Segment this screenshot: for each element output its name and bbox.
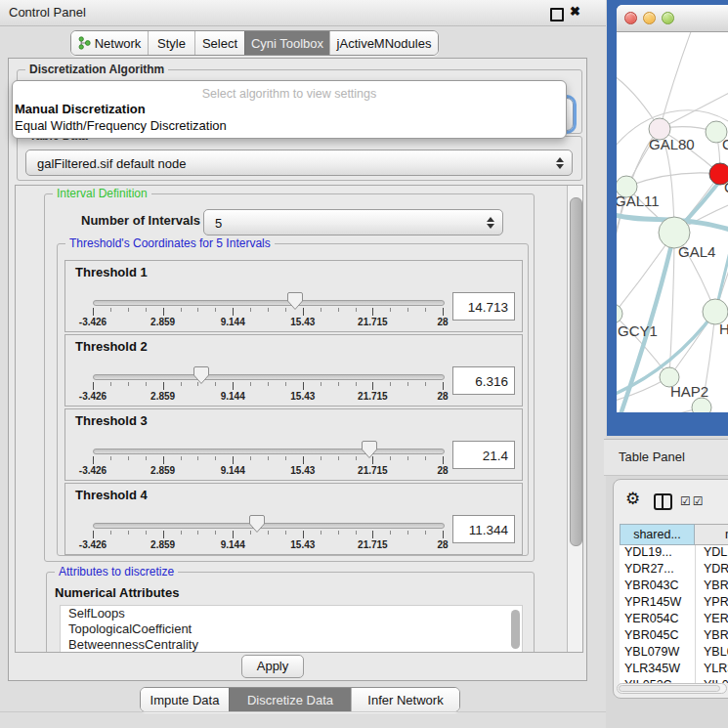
tab-infer-network[interactable]: Infer Network xyxy=(351,688,459,711)
network-node-label: GAL11 xyxy=(617,193,660,209)
threshold-row: Threshold 4 -3.4262.8599.14415.4321.7152… xyxy=(64,483,523,555)
table-header: shared... na xyxy=(620,524,728,545)
slider-thumb[interactable] xyxy=(361,440,378,459)
tick-mark xyxy=(128,308,129,312)
attributes-group: Attributes to discretize Numerical Attri… xyxy=(46,572,535,653)
scrollbar-thumb[interactable] xyxy=(570,197,582,546)
tick-mark xyxy=(303,456,304,464)
table-data-combobox[interactable]: galFiltered.sif default node xyxy=(25,150,573,176)
tab-network[interactable]: Network xyxy=(71,31,148,55)
tick-mark xyxy=(197,456,198,460)
tick-mark xyxy=(338,456,339,460)
dropdown-option-manual-discretization[interactable]: Manual Discretization xyxy=(15,102,146,116)
network-graph: GAL80GACGAL11GAL4GCY1HHAP2 xyxy=(617,32,728,412)
tick-mark xyxy=(338,308,339,312)
tick-label: 15.43 xyxy=(290,465,315,476)
table-row[interactable]: YBR045CYBR0 xyxy=(620,628,728,645)
threshold-value-field[interactable]: 21.4 xyxy=(452,441,515,469)
tick-mark xyxy=(372,531,373,538)
column-header-name[interactable]: na xyxy=(695,524,728,545)
network-edge xyxy=(626,173,720,187)
tick-mark xyxy=(338,382,339,386)
list-scrollbar-thumb[interactable] xyxy=(511,610,520,649)
tick-mark xyxy=(407,308,408,312)
table-horizontal-scrollbar[interactable] xyxy=(617,683,727,694)
tick-mark xyxy=(233,531,234,538)
tick-label: 9.144 xyxy=(221,539,245,550)
threshold-slider-track[interactable] xyxy=(93,374,445,380)
tick-mark xyxy=(285,382,286,386)
network-canvas[interactable]: GAL80GACGAL11GAL4GCY1HHAP2 xyxy=(617,32,728,412)
table-row[interactable]: YER054CYER0 xyxy=(620,612,728,628)
close-traffic-light-icon[interactable] xyxy=(624,12,637,24)
slider-thumb[interactable] xyxy=(193,365,210,385)
network-window-titlebar[interactable] xyxy=(617,5,728,32)
table-row[interactable]: YLR345WYLR3 xyxy=(620,662,728,678)
threshold-value-field[interactable]: 11.344 xyxy=(452,515,515,543)
bottom-tabstrip: Impute Data Discretize Data Infer Networ… xyxy=(140,687,460,712)
apply-button[interactable]: Apply xyxy=(241,655,304,678)
number-of-intervals-combobox[interactable]: 5 xyxy=(203,209,503,236)
group-title: Discretization Algorithm xyxy=(25,63,168,76)
tick-mark xyxy=(443,456,444,464)
tab-label: Infer Network xyxy=(367,693,443,707)
combo-stepper-icon xyxy=(556,157,564,169)
panel-title: Control Panel xyxy=(9,5,86,20)
tab-style[interactable]: Style xyxy=(148,31,194,55)
table-panel: ⚙ ☑☑ shared... na YDL19...YDL1YDR27...YD… xyxy=(613,479,728,699)
tick-mark xyxy=(181,382,182,386)
network-node[interactable] xyxy=(617,304,622,323)
tick-label: -3.426 xyxy=(79,391,107,402)
list-item[interactable]: SelfLoops xyxy=(61,606,522,621)
list-item[interactable]: BetweennessCentrality xyxy=(61,637,522,653)
gear-icon[interactable]: ⚙ xyxy=(625,489,640,509)
threshold-value-field[interactable]: 6.316 xyxy=(452,366,515,395)
list-item[interactable]: TopologicalCoefficient xyxy=(61,621,522,637)
threshold-row: Threshold 1 -3.4262.8599.14415.4321.7152… xyxy=(64,260,523,332)
interval-definition-group: Interval Definition Number of Intervals … xyxy=(44,193,535,562)
table-rows: YDL19...YDL1YDR27...YDR2YBR043CYBR0YPR14… xyxy=(620,545,728,683)
table-row[interactable]: YDR27...YDR2 xyxy=(620,562,728,578)
tick-mark xyxy=(146,531,147,535)
tab-label: Impute Data xyxy=(150,693,220,707)
table-data-group: Table Data galFiltered.sif default node xyxy=(17,136,582,181)
tab-select[interactable]: Select xyxy=(194,31,244,55)
tick-mark xyxy=(233,308,234,316)
dropdown-option-equal-width-frequency[interactable]: Equal Width/Frequency Discretization xyxy=(15,118,227,133)
scrollbar-thumb[interactable] xyxy=(619,685,720,692)
threshold-slider-track[interactable] xyxy=(93,523,445,529)
tick-mark xyxy=(303,531,304,538)
table-row[interactable]: YBR043CYBR0 xyxy=(620,578,728,595)
close-icon[interactable]: ✖ xyxy=(570,4,580,19)
tab-cyni-toolbox[interactable]: Cyni Toolbox xyxy=(244,31,329,55)
tick-mark xyxy=(128,531,129,535)
network-node-label: GAL80 xyxy=(649,136,695,152)
tick-mark xyxy=(268,382,269,386)
column-header-shared-name[interactable]: shared... xyxy=(620,524,695,545)
bottom-divider xyxy=(0,711,606,712)
zoom-traffic-light-icon[interactable] xyxy=(662,12,674,24)
threshold-value-field[interactable]: 14.713 xyxy=(452,292,515,321)
tick-mark xyxy=(356,531,357,535)
tick-label: 28 xyxy=(437,465,448,476)
checkbox-icons[interactable]: ☑☑ xyxy=(680,494,706,508)
float-icon[interactable] xyxy=(550,8,564,21)
minimize-traffic-light-icon[interactable] xyxy=(643,12,656,24)
tick-mark xyxy=(425,308,426,312)
threshold-slider-track[interactable] xyxy=(93,300,445,306)
tab-impute-data[interactable]: Impute Data xyxy=(141,688,229,711)
slider-scale: -3.4262.8599.14415.4321.71528 xyxy=(93,382,443,406)
slider-thumb[interactable] xyxy=(286,291,304,311)
table-row[interactable]: YPR145WYPR1 xyxy=(620,595,728,612)
columns-icon[interactable] xyxy=(654,493,672,510)
slider-thumb[interactable] xyxy=(248,514,266,534)
table-row[interactable]: YBL079WYBL0 xyxy=(620,645,728,662)
network-node-label: GA xyxy=(722,136,728,152)
settings-vertical-scrollbar[interactable] xyxy=(567,186,582,652)
table-row[interactable]: YDL19...YDL1 xyxy=(620,545,728,562)
threshold-slider-track[interactable] xyxy=(93,449,445,454)
tab-jactivemnodules[interactable]: jActiveMNodules xyxy=(329,31,438,55)
tab-discretize-data[interactable]: Discretize Data xyxy=(229,688,351,711)
network-node[interactable] xyxy=(692,398,711,412)
numerical-attributes-list[interactable]: SelfLoopsTopologicalCoefficientBetweenne… xyxy=(60,605,523,653)
